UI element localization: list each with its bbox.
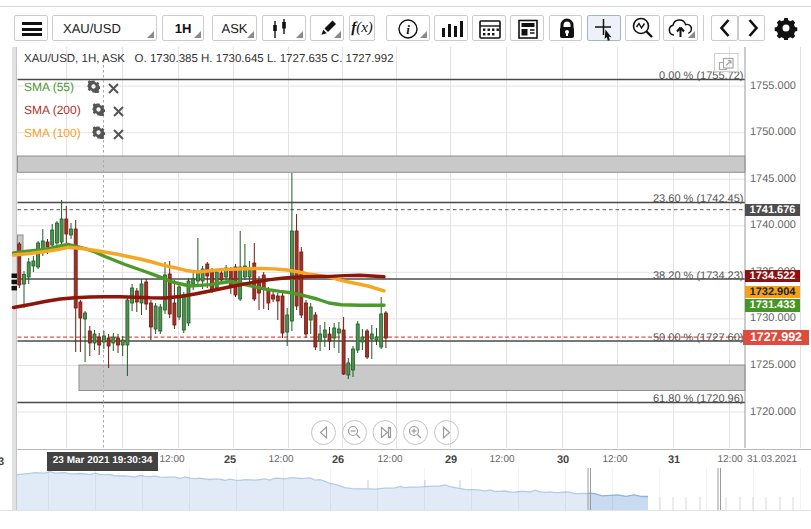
- svg-text:38.20 % (1734.23): 38.20 % (1734.23): [653, 270, 744, 282]
- svg-text:61.80 % (1720.96): 61.80 % (1720.96): [653, 393, 744, 405]
- svg-text:i: i: [406, 22, 410, 37]
- svg-text:50.00 % (1727.60): 50.00 % (1727.60): [653, 332, 744, 344]
- svg-text:23.60 % (1742.45): 23.60 % (1742.45): [653, 193, 744, 205]
